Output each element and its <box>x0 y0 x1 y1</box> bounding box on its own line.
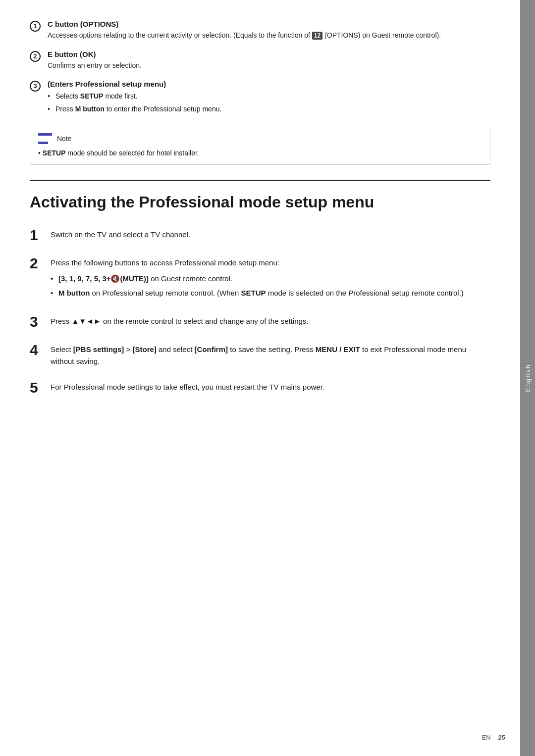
section-divider <box>30 180 490 181</box>
bullet-item-3-1: Selects SETUP mode first. <box>48 91 490 102</box>
steps-container: 1 Switch on the TV and select a TV chann… <box>30 227 490 396</box>
note-header: Note <box>38 133 482 144</box>
item-content-1: C button (OPTIONS) Accesses options rela… <box>48 20 490 41</box>
circle-number-1: 1 <box>30 21 41 32</box>
step-content-2: Press the following buttons to access Pr… <box>51 255 490 302</box>
note-box: Note • SETUP mode should be selected for… <box>30 127 490 165</box>
item-desc-text-1a: Accesses options relating to the current… <box>48 31 310 39</box>
bullet-item-3-2: Press M button to enter the Professional… <box>48 104 490 115</box>
item-bullets-3: Selects SETUP mode first. Press M button… <box>48 91 490 114</box>
item-title-3: (Enters Professional setup menu) <box>48 80 490 88</box>
step-2-bullet-1: [3, 1, 9, 7, 5, 3+🔇(MUTE)] on Guest remo… <box>51 273 490 284</box>
inline-key-1: 12 <box>312 32 322 40</box>
step-number-3: 3 <box>30 313 51 330</box>
note-label: Note <box>57 135 72 143</box>
item-content-2: E button (OK) Confirms an entry or selec… <box>48 50 490 71</box>
step-4: 4 Select [PBS settings] > [Store] and se… <box>30 342 490 367</box>
step-content-3: Press ▲▼◄► on the remote control to sele… <box>51 313 490 327</box>
top-numbered-section: 1 C button (OPTIONS) Accesses options re… <box>30 20 490 117</box>
step-2-text: Press the following buttons to access Pr… <box>51 258 279 267</box>
step-5: 5 For Professional mode settings to take… <box>30 379 490 396</box>
numbered-item-1: 1 C button (OPTIONS) Accesses options re… <box>30 20 490 41</box>
footer-spacing <box>493 734 498 741</box>
step-2-bullets: [3, 1, 9, 7, 5, 3+🔇(MUTE)] on Guest remo… <box>51 273 490 299</box>
step-2: 2 Press the following buttons to access … <box>30 255 490 302</box>
side-tab: English <box>520 0 535 756</box>
numbered-item-2: 2 E button (OK) Confirms an entry or sel… <box>30 50 490 71</box>
note-icon <box>38 133 52 144</box>
circle-number-2: 2 <box>30 51 41 62</box>
note-icon-bar-1 <box>38 133 52 136</box>
step-number-1: 1 <box>30 227 51 243</box>
step-number-2: 2 <box>30 255 51 271</box>
side-tab-label: English <box>524 364 532 392</box>
step-1: 1 Switch on the TV and select a TV chann… <box>30 227 490 243</box>
item-title-1: C button (OPTIONS) <box>48 20 490 28</box>
item-title-2: E button (OK) <box>48 50 490 58</box>
item-content-3: (Enters Professional setup menu) Selects… <box>48 80 490 116</box>
step-content-4: Select [PBS settings] > [Store] and sele… <box>51 342 490 367</box>
page-footer: EN 25 <box>30 734 505 741</box>
step-2-bullet-2: M button on Professional setup remote co… <box>51 287 490 299</box>
note-content: • SETUP mode should be selected for hote… <box>38 148 482 159</box>
step-content-1: Switch on the TV and select a TV channel… <box>51 227 490 241</box>
page-number: 25 <box>498 734 505 741</box>
step-number-4: 4 <box>30 342 51 358</box>
circle-number-3: 3 <box>30 81 41 92</box>
item-desc-2: Confirms an entry or selection. <box>48 60 490 71</box>
step-number-5: 5 <box>30 379 51 396</box>
step-3: 3 Press ▲▼◄► on the remote control to se… <box>30 313 490 330</box>
numbered-item-3: 3 (Enters Professional setup menu) Selec… <box>30 80 490 116</box>
step-content-5: For Professional mode settings to take e… <box>51 379 490 393</box>
note-icon-bar-2 <box>38 142 48 144</box>
item-desc-1: Accesses options relating to the current… <box>48 30 490 41</box>
item-desc-text-1b: (OPTIONS) on Guest remote control). <box>324 31 441 39</box>
footer-language: EN <box>482 734 491 741</box>
section-title: Activating the Professional mode setup m… <box>30 193 490 211</box>
